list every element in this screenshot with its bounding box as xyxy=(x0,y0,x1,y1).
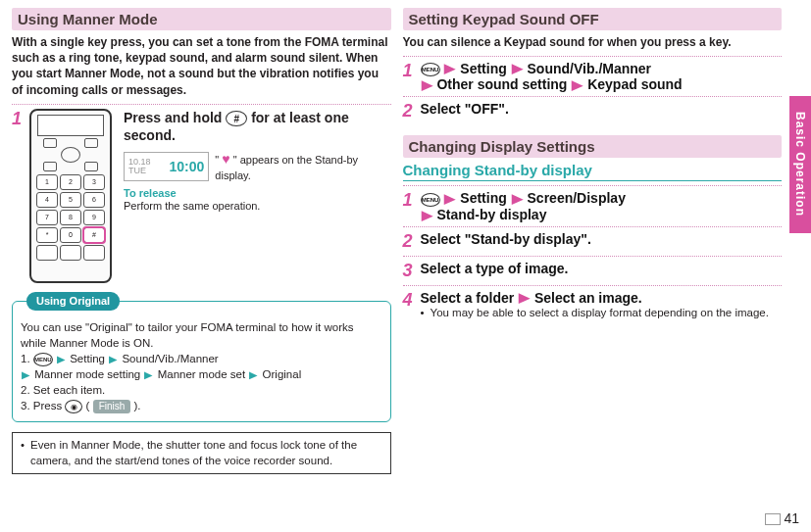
key-7: 7 xyxy=(36,210,58,225)
path-setting: Setting xyxy=(460,61,506,76)
menu-key-icon: MENU xyxy=(421,63,440,76)
path-other-sound: Other sound setting xyxy=(436,76,567,92)
step-number: 1 xyxy=(403,190,413,211)
manner-note-box: Even in Manner Mode, the shutter tone an… xyxy=(12,432,391,474)
path-original: Original xyxy=(263,368,302,380)
arrow-icon: ▶ xyxy=(422,77,432,91)
step-number: 1 xyxy=(12,109,22,129)
arrow-icon: ▶ xyxy=(512,191,523,205)
sub-heading-standby: Changing Stand-by display xyxy=(403,162,783,178)
using-original-title: Using Original xyxy=(26,292,120,311)
path-sound: Sound/Vib./Manner xyxy=(122,353,218,364)
key-4: 4 xyxy=(36,192,58,208)
divider xyxy=(403,96,783,97)
using-original-step3: 3. Press ◉ ( Finish ). xyxy=(21,398,382,413)
divider xyxy=(12,104,391,105)
using-original-step1: 1. MENU ▶ Setting ▶ Sound/Vib./Manner ▶ … xyxy=(21,351,382,382)
arrow-icon: ▶ xyxy=(444,191,455,205)
arrow-icon: ▶ xyxy=(144,367,153,381)
step-number: 1 xyxy=(403,61,413,81)
manner-intro: With a single key press, you can set a t… xyxy=(12,34,391,98)
page-number: 41 xyxy=(765,510,799,526)
key-3: 3 xyxy=(83,174,105,190)
display-step3: Select a type of image. xyxy=(421,261,569,276)
key-5: 5 xyxy=(60,192,81,208)
phone-keypad: 1 2 3 4 5 6 7 8 9 * 0 # xyxy=(36,174,105,261)
section-heading-keypad: Setting Keypad Sound OFF xyxy=(403,8,783,30)
standby-date-dow: TUE xyxy=(128,166,146,175)
standby-screen-illustration: 10.18 TUE 10:00 xyxy=(124,152,209,181)
step-number: 3 xyxy=(403,261,413,281)
key-star: * xyxy=(36,227,58,243)
using-original-lead: You can use "Original" to tailor your FO… xyxy=(21,319,382,351)
path-sound: Sound/Vib./Manner xyxy=(528,61,652,76)
using-original-step2: 2. Set each item. xyxy=(21,382,382,398)
step1-title-before: Press and hold xyxy=(124,110,226,125)
arrow-icon: ▶ xyxy=(422,208,432,221)
display-step2: Select "Stand-by display". xyxy=(421,231,591,247)
phone-dpad xyxy=(43,138,98,171)
path-setting: Setting xyxy=(460,190,506,206)
page-number-value: 41 xyxy=(784,510,799,526)
manner-heart-icon: ♥ xyxy=(222,151,229,167)
section-heading-manner: Using Manner Mode xyxy=(12,8,391,30)
softkey-icon xyxy=(43,162,57,171)
menu-key-icon: MENU xyxy=(33,353,53,366)
menu-key-icon: MENU xyxy=(421,193,440,207)
standby-note-after: " appears on the Stand-by display. xyxy=(215,154,358,181)
step4-after: Select an image. xyxy=(534,290,642,306)
key-8: 8 xyxy=(60,210,81,225)
keypad-intro: You can silence a Keypad sound for when … xyxy=(403,34,783,50)
side-tab-label: Basic Operation xyxy=(789,96,811,233)
standby-display-row: 10.18 TUE 10:00 " ♥ " appears on the Sta… xyxy=(124,150,390,183)
arrow-icon: ▶ xyxy=(444,62,455,75)
arrow-icon: ▶ xyxy=(572,77,583,91)
section-heading-display: Changing Display Settings xyxy=(403,135,783,158)
divider xyxy=(403,285,783,286)
display-step1: MENU ▶ Setting ▶ Screen/Display ▶ Stand-… xyxy=(421,190,626,221)
arrow-icon: ▶ xyxy=(109,352,118,365)
step4-before: Select a folder xyxy=(421,290,515,306)
list-num-1: 1. xyxy=(21,353,30,364)
arrow-icon: ▶ xyxy=(22,367,30,381)
paren-close: ). xyxy=(134,400,141,411)
step1-title: Press and hold # for at least one second… xyxy=(124,109,390,144)
display-step4: Select a folder ▶ Select an image. xyxy=(421,290,782,306)
phone-illustration: 1 2 3 4 5 6 7 8 9 * 0 # xyxy=(29,109,112,283)
divider xyxy=(403,56,783,57)
to-release-label: To release xyxy=(124,187,390,199)
side-tab-spacer xyxy=(789,59,811,96)
finish-chip: Finish xyxy=(93,400,131,413)
path-screen-display: Screen/Display xyxy=(528,190,626,206)
arrow-icon: ▶ xyxy=(249,367,258,381)
standby-time: 10:00 xyxy=(170,159,205,174)
to-release-text: Perform the same operation. xyxy=(124,199,390,214)
keypad-step2: Select "OFF". xyxy=(421,101,509,117)
divider xyxy=(403,226,783,227)
step-number: 4 xyxy=(403,290,413,311)
page-marker-icon xyxy=(765,513,781,525)
key-bottom-mid xyxy=(60,245,81,261)
manner-note-text: Even in Manner Mode, the shutter tone an… xyxy=(21,438,382,468)
key-2: 2 xyxy=(60,174,81,190)
hash-key-icon: # xyxy=(226,111,247,126)
camera-key-icon: ◉ xyxy=(65,400,82,413)
side-tab: Basic Operation xyxy=(789,59,811,411)
key-bottom-right xyxy=(83,245,105,261)
path-standby-display: Stand-by display xyxy=(436,207,546,222)
step-number: 2 xyxy=(403,101,413,121)
display-step4-note: You may be able to select a display form… xyxy=(421,306,782,321)
paren-open: ( xyxy=(86,400,90,411)
arrow-icon: ▶ xyxy=(519,291,530,305)
key-bottom-left xyxy=(36,245,58,261)
step-number: 2 xyxy=(403,231,413,252)
path-mode-setting: Manner mode setting xyxy=(34,368,140,380)
key-6: 6 xyxy=(83,192,105,208)
path-mode-set: Manner mode set xyxy=(158,368,246,380)
dpad-center-icon xyxy=(61,147,80,163)
standby-date: 10.18 TUE xyxy=(128,158,170,175)
key-hash: # xyxy=(83,227,105,243)
keypad-step1: MENU ▶ Setting ▶ Sound/Vib./Manner ▶ Oth… xyxy=(421,61,683,92)
phone-top-screen xyxy=(37,115,104,136)
standby-note: " ♥ " appears on the Stand-by display. xyxy=(215,150,390,183)
